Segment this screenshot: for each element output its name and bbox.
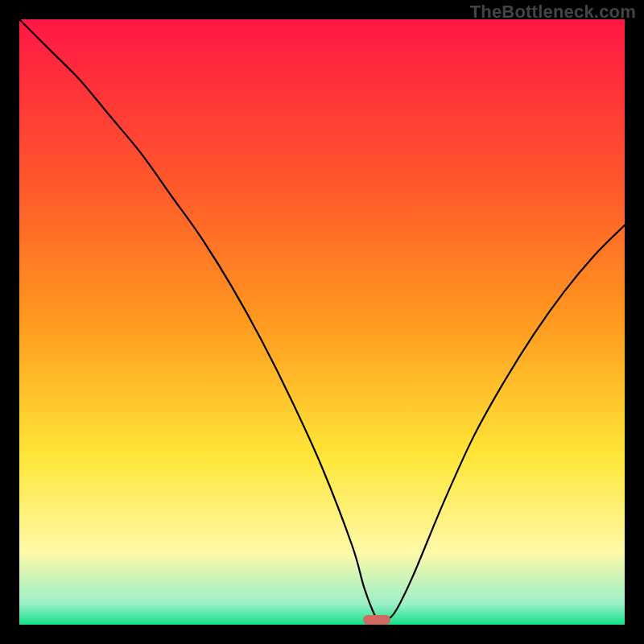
bottleneck-curve bbox=[19, 19, 625, 622]
plot-area bbox=[19, 19, 625, 625]
watermark-text: TheBottleneck.com bbox=[470, 2, 636, 23]
optimal-marker bbox=[363, 615, 390, 625]
chart-frame: TheBottleneck.com bbox=[0, 0, 644, 644]
curve-layer bbox=[19, 19, 625, 625]
